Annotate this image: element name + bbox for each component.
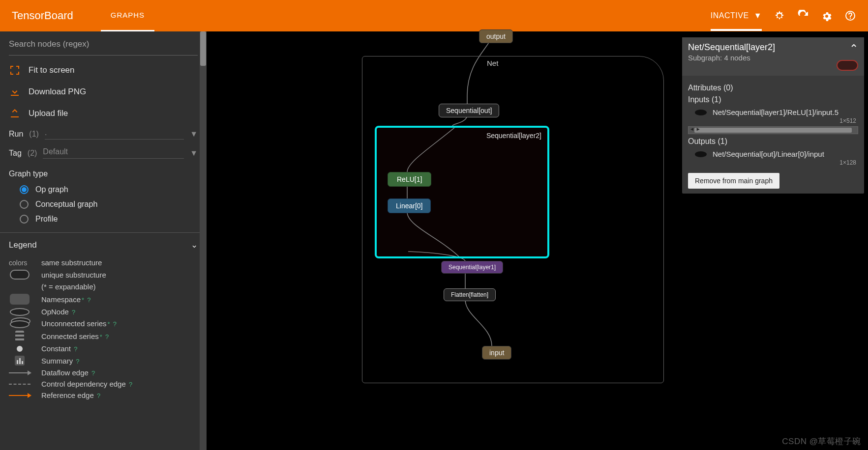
legend-namespace: Namespace bbox=[41, 295, 81, 304]
radio-icon bbox=[20, 215, 29, 224]
legend-reference: Reference edge bbox=[41, 391, 94, 399]
fit-screen-label: Fit to screen bbox=[29, 65, 75, 75]
tab-graphs[interactable]: GRAPHS bbox=[101, 0, 154, 32]
legend-opnode: OpNode bbox=[41, 308, 69, 316]
node-color-badge bbox=[837, 60, 858, 71]
watermark: CSDN @草莓橙子碗 bbox=[782, 436, 861, 447]
legend-body: colorssame substructure unique substruct… bbox=[0, 257, 207, 401]
input-item[interactable]: Net/Sequential[layer1]/ReLU[1]/input.5 bbox=[688, 107, 858, 117]
output-item[interactable]: Net/Sequential[out]/Linear[0]/input bbox=[688, 149, 858, 159]
inputs-section: Inputs (1) bbox=[688, 95, 858, 104]
legend-dataflow: Dataflow edge bbox=[41, 368, 89, 377]
upload-file-button[interactable]: Upload file bbox=[0, 103, 207, 124]
attributes-section: Attributes (0) bbox=[688, 84, 858, 92]
chevron-down-icon: ▼ bbox=[754, 11, 762, 20]
legend-pill-icon bbox=[10, 270, 30, 280]
legend-unconnected: Unconnected series bbox=[41, 319, 107, 328]
run-count: (1) bbox=[29, 130, 39, 139]
radio-icon bbox=[20, 185, 29, 194]
outputs-section: Outputs (1) bbox=[688, 137, 858, 146]
fit-screen-button[interactable]: Fit to screen bbox=[0, 59, 207, 81]
legend-constant: Constant bbox=[41, 344, 71, 353]
download-label: Download PNG bbox=[29, 87, 86, 97]
legend-summary: Summary bbox=[41, 357, 73, 365]
brightness-icon[interactable] bbox=[774, 10, 785, 22]
info-subgraph: Subgraph: 4 nodes bbox=[688, 54, 775, 62]
legend-unique-sub: unique substructure bbox=[41, 271, 106, 279]
download-png-button[interactable]: Download PNG bbox=[0, 81, 207, 103]
tag-selector[interactable]: Tag (2) Default ▼ bbox=[0, 143, 207, 163]
legend-reference-icon bbox=[9, 395, 30, 396]
upload-label: Upload file bbox=[29, 109, 68, 118]
node-input[interactable]: input bbox=[482, 346, 511, 360]
chevron-down-icon: ⌄ bbox=[191, 240, 198, 250]
run-label: Run bbox=[9, 130, 23, 139]
legend-header[interactable]: Legend ⌄ bbox=[0, 232, 207, 257]
chevron-down-icon: ▼ bbox=[190, 149, 198, 158]
legend-connected: Connected series bbox=[41, 332, 99, 340]
radio-icon bbox=[20, 200, 29, 209]
radio-label: Profile bbox=[35, 215, 58, 224]
legend-dataflow-icon bbox=[9, 372, 30, 373]
mode-dropdown[interactable]: INACTIVE ▼ bbox=[711, 0, 762, 31]
app-logo: TensorBoard bbox=[12, 9, 73, 22]
node-sequential-layer1[interactable]: Sequential[layer1] bbox=[441, 261, 503, 274]
info-title: Net/Sequential[layer2] bbox=[688, 42, 775, 53]
node-dot-icon bbox=[695, 151, 707, 157]
node-output[interactable]: output bbox=[479, 29, 513, 43]
radio-conceptual-graph[interactable]: Conceptual graph bbox=[0, 197, 207, 212]
radio-label: Conceptual graph bbox=[35, 200, 97, 209]
legend-connected-icon bbox=[15, 331, 24, 341]
sidebar-scrollbar[interactable] bbox=[200, 31, 207, 450]
radio-profile[interactable]: Profile bbox=[0, 212, 207, 226]
node-layer2-label: Sequential[layer2] bbox=[486, 132, 541, 140]
graph-type-title: Graph type bbox=[0, 163, 207, 182]
tag-value: Default bbox=[43, 147, 184, 159]
info-panel: Net/Sequential[layer2] Subgraph: 4 nodes… bbox=[682, 37, 864, 194]
legend-namespace-icon bbox=[10, 294, 30, 305]
tag-label: Tag bbox=[9, 149, 22, 158]
legend-expandable: (* = expandable) bbox=[41, 282, 96, 291]
node-flatten[interactable]: Flatten[flatten] bbox=[444, 288, 496, 301]
input-item-label: Net/Sequential[layer1]/ReLU[1]/input.5 bbox=[713, 108, 838, 116]
sidebar: Search nodes (regex) Fit to screen Downl… bbox=[0, 31, 207, 450]
fit-screen-icon bbox=[9, 64, 21, 76]
run-value: . bbox=[45, 128, 184, 140]
help-icon[interactable]: * bbox=[82, 296, 84, 304]
node-relu[interactable]: ReLU[1] bbox=[388, 172, 431, 187]
app-header: TensorBoard GRAPHS INACTIVE ▼ bbox=[0, 0, 868, 31]
legend-control-icon bbox=[9, 384, 30, 385]
legend-opnode-icon bbox=[10, 308, 30, 316]
output-item-label: Net/Sequential[out]/Linear[0]/input bbox=[713, 150, 824, 158]
legend-constant-icon bbox=[17, 346, 23, 352]
mode-label: INACTIVE bbox=[711, 11, 749, 20]
node-dot-icon bbox=[695, 110, 707, 115]
settings-icon[interactable] bbox=[821, 10, 833, 22]
tag-count: (2) bbox=[28, 149, 37, 158]
remove-from-graph-button[interactable]: Remove from main graph bbox=[688, 173, 779, 189]
info-horizontal-scrollbar[interactable] bbox=[688, 126, 858, 134]
net-label: Net bbox=[487, 59, 498, 67]
input-dim: 1×512 bbox=[688, 117, 858, 124]
legend-unconnected-icon bbox=[10, 319, 30, 328]
refresh-icon[interactable] bbox=[797, 10, 809, 22]
node-sequential-layer2[interactable]: Sequential[layer2] ReLU[1] Linear[0] bbox=[375, 126, 549, 258]
radio-label: Op graph bbox=[35, 185, 68, 194]
node-linear[interactable]: Linear[0] bbox=[388, 198, 431, 213]
upload-icon bbox=[9, 108, 21, 119]
legend-title: Legend bbox=[9, 240, 37, 250]
legend-colors-label: colors bbox=[9, 259, 30, 267]
radio-op-graph[interactable]: Op graph bbox=[0, 182, 207, 197]
output-dim: 1×128 bbox=[688, 159, 858, 166]
run-selector[interactable]: Run (1) . ▼ bbox=[0, 124, 207, 143]
help-icon[interactable] bbox=[844, 10, 856, 22]
legend-same-sub: same substructure bbox=[41, 258, 102, 267]
collapse-icon[interactable]: ⌃ bbox=[849, 42, 858, 55]
search-input[interactable]: Search nodes (regex) bbox=[9, 39, 198, 56]
download-icon bbox=[9, 86, 21, 98]
legend-summary-icon bbox=[15, 356, 25, 366]
chevron-down-icon: ▼ bbox=[190, 130, 198, 139]
node-sequential-out[interactable]: Sequential[out] bbox=[439, 104, 499, 117]
legend-control: Control dependency edge bbox=[41, 380, 126, 388]
